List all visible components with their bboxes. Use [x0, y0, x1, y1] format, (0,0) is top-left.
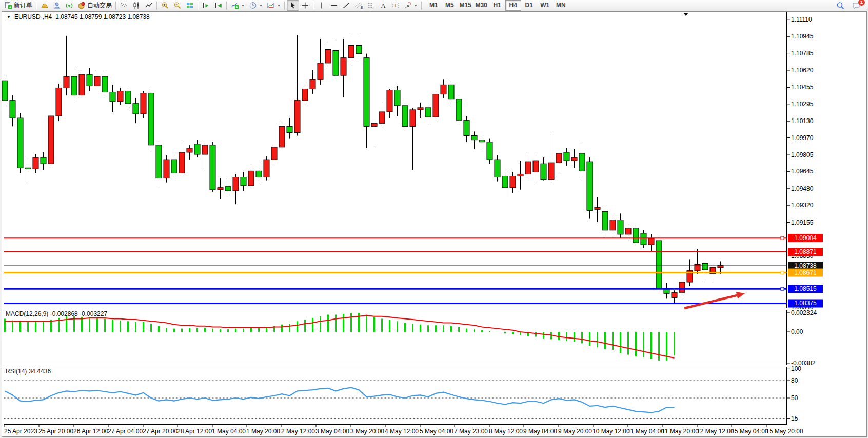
candle — [348, 45, 354, 57]
candle — [387, 90, 392, 112]
zoom-in-icon — [161, 2, 169, 9]
time-label: 11 May 20:00 — [662, 428, 699, 435]
candle — [10, 101, 15, 118]
chat-button[interactable]: 1 — [850, 0, 863, 11]
candle — [625, 228, 631, 234]
timeframe-mn[interactable]: MN — [553, 0, 569, 11]
trendline-button[interactable] — [340, 0, 352, 11]
candle — [125, 91, 131, 104]
tiles-icon — [186, 2, 194, 9]
shapes-icon — [404, 2, 412, 9]
crosshair-button[interactable] — [299, 0, 311, 11]
chart-symbol-timeframe: EURUSD-,H4 — [14, 13, 52, 21]
candle — [495, 160, 500, 177]
shapes-button[interactable]: ▼ — [402, 0, 420, 11]
timeframe-m15[interactable]: M15 — [458, 0, 474, 11]
chevron-down-icon[interactable]: ▼ — [259, 4, 263, 7]
price-axis[interactable]: 1.111101.109451.107851.106201.104551.102… — [787, 16, 823, 311]
hline-handle[interactable] — [781, 236, 784, 240]
hline-handle[interactable] — [781, 271, 784, 274]
chart-shift-button[interactable] — [212, 0, 225, 11]
candle — [356, 45, 362, 53]
chevron-down-icon[interactable]: ▼ — [414, 4, 418, 7]
cursor-button[interactable] — [287, 0, 299, 11]
candle — [333, 51, 339, 76]
candle — [702, 264, 708, 270]
price-badge-label: 1.08671 — [794, 269, 817, 276]
chart-canvas[interactable]: 1.111101.109451.107851.106201.104551.102… — [0, 0, 868, 438]
toolbar-separator — [284, 2, 285, 10]
candle — [87, 74, 92, 86]
timeframe-m1[interactable]: M1 — [426, 0, 442, 11]
indicators-button[interactable]: ▼ — [229, 0, 247, 11]
signals-button[interactable] — [63, 0, 75, 11]
candle — [410, 110, 416, 126]
vline-icon — [318, 2, 326, 9]
timeframe-m5[interactable]: M5 — [442, 0, 458, 11]
collapse-icon[interactable]: ▼ — [7, 15, 11, 19]
zoom-out-button[interactable] — [171, 0, 184, 11]
fibonacci-button[interactable]: F — [365, 0, 377, 11]
candle — [341, 58, 346, 75]
timeframe-h1[interactable]: H1 — [489, 0, 505, 11]
auto-scroll-button[interactable] — [200, 0, 212, 11]
tile-windows-button[interactable] — [184, 0, 196, 11]
channel-button[interactable]: E — [352, 0, 365, 11]
candle — [171, 160, 177, 173]
vertical-line-button[interactable] — [315, 0, 328, 11]
text-button[interactable]: A — [377, 0, 389, 11]
price-tick-label: 1.11110 — [791, 16, 812, 23]
periods-button[interactable]: ▼ — [247, 0, 265, 11]
search-button[interactable] — [834, 0, 847, 11]
timeframe-w1[interactable]: W1 — [537, 0, 553, 11]
candle — [248, 171, 254, 185]
time-label: 8 May 12:00 — [489, 428, 523, 435]
candle — [218, 188, 223, 190]
new-order-button[interactable]: 新订单 — [2, 0, 34, 11]
auto-trading-button[interactable]: 自动交易 — [75, 0, 114, 11]
candle — [695, 265, 700, 271]
profiles-button[interactable] — [38, 0, 51, 11]
candle — [117, 91, 123, 102]
candle — [48, 116, 54, 164]
candle-chart-button[interactable] — [130, 0, 143, 11]
community-button[interactable] — [51, 0, 63, 11]
templates-button[interactable]: ▼ — [265, 0, 283, 11]
timeframe-d1[interactable]: D1 — [521, 0, 537, 11]
line-icon — [145, 2, 153, 9]
zoom-in-button[interactable] — [159, 0, 171, 11]
candle — [302, 89, 308, 100]
hline-handle[interactable] — [781, 287, 784, 290]
time-axis[interactable]: 25 Apr 202325 Apr 20:0026 Apr 12:0027 Ap… — [4, 425, 803, 435]
bar-chart-button[interactable] — [118, 0, 130, 11]
horizontal-line-button[interactable] — [328, 0, 340, 11]
candle — [64, 76, 69, 88]
chart-title: ▼ EURUSD-,H4 1.08745 1.08759 1.08723 1.0… — [7, 13, 150, 21]
time-label: 25 Apr 20:00 — [38, 428, 73, 435]
candle — [364, 58, 369, 127]
candle — [210, 145, 215, 190]
signals-icon — [65, 2, 73, 9]
template-icon — [267, 2, 275, 9]
candle — [656, 241, 662, 288]
label-icon: T — [391, 2, 400, 9]
candle — [225, 187, 231, 191]
main-toolbar: 新订单自动交易▼▼▼EFAT▼ M1M5M15M30H1H4D1W1MN 1 — [0, 0, 868, 11]
candle — [241, 177, 246, 186]
timeframe-m30[interactable]: M30 — [474, 0, 489, 11]
community-icon — [53, 2, 61, 9]
chevron-down-icon[interactable]: ▼ — [241, 4, 245, 7]
price-tick-label: 1.10130 — [791, 117, 814, 125]
price-tick-label: 1.09155 — [791, 219, 814, 226]
line-chart-button[interactable] — [143, 0, 155, 11]
label-button[interactable]: T — [389, 0, 402, 11]
time-label: 1 May 20:00 — [246, 428, 280, 435]
indicators-icon — [231, 2, 239, 9]
candle — [602, 211, 608, 230]
chevron-down-icon[interactable]: ▼ — [277, 4, 281, 7]
price-tick-label: 1.10620 — [791, 67, 814, 74]
svg-text:A: A — [381, 2, 386, 9]
candle — [679, 282, 685, 292]
candle — [648, 238, 654, 245]
timeframe-h4[interactable]: H4 — [505, 0, 521, 11]
